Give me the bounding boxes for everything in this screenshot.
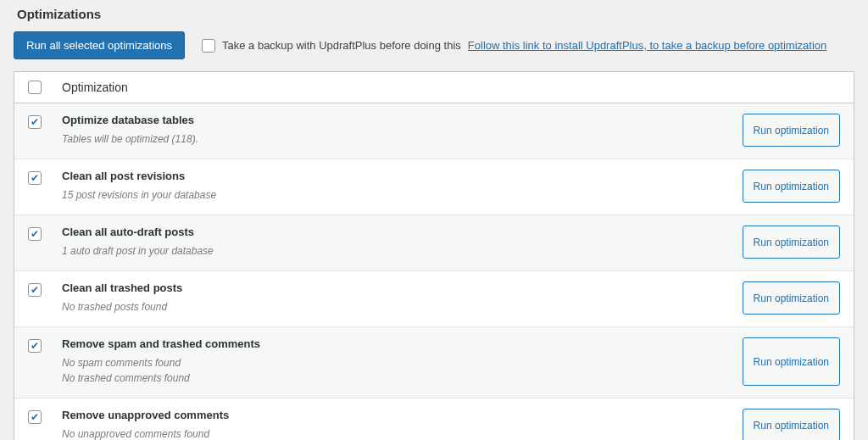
row-checkbox[interactable] [28, 227, 42, 241]
row-checkbox[interactable] [28, 339, 42, 353]
top-bar: Run all selected optimizations Take a ba… [14, 31, 854, 59]
optimization-title: Optimize database tables [62, 114, 721, 126]
table-row: Remove spam and trashed commentsNo spam … [14, 327, 854, 398]
page-title: Optimizations [14, 0, 854, 31]
optimization-title: Clean all trashed posts [62, 281, 721, 294]
optimization-title: Remove unapproved comments [62, 409, 721, 421]
backup-install-link[interactable]: Follow this link to install UpdraftPlus,… [468, 39, 826, 52]
table-header: Optimization [14, 72, 854, 103]
optimization-description: 15 post revisions in your database [62, 187, 721, 203]
row-checkbox[interactable] [28, 115, 42, 129]
optimization-description: 1 auto draft post in your database [62, 243, 721, 259]
backup-checkbox[interactable] [202, 39, 215, 53]
select-all-checkbox[interactable] [28, 81, 42, 94]
run-all-button[interactable]: Run all selected optimizations [14, 31, 185, 59]
optimization-description: No unapproved comments found [62, 426, 721, 440]
row-checkbox[interactable] [28, 171, 42, 185]
column-header-optimization: Optimization [62, 81, 128, 94]
table-row: Clean all trashed postsNo trashed posts … [14, 271, 854, 327]
optimization-description: No trashed posts found [62, 299, 721, 315]
backup-text: Take a backup with UpdraftPlus before do… [222, 39, 461, 52]
optimization-title: Remove spam and trashed comments [62, 337, 721, 350]
optimization-title: Clean all post revisions [62, 170, 721, 182]
run-optimization-button[interactable]: Run optimization [743, 114, 840, 147]
optimization-title: Clean all auto-draft posts [62, 226, 721, 238]
run-optimization-button[interactable]: Run optimization [743, 337, 840, 386]
backup-option: Take a backup with UpdraftPlus before do… [202, 39, 826, 53]
run-optimization-button[interactable]: Run optimization [743, 170, 840, 203]
table-row: Clean all auto-draft posts1 auto draft p… [14, 215, 854, 271]
row-checkbox[interactable] [28, 410, 42, 424]
optimization-description: No spam comments foundNo trashed comment… [62, 355, 721, 386]
run-optimization-button[interactable]: Run optimization [743, 409, 840, 440]
run-optimization-button[interactable]: Run optimization [743, 281, 840, 315]
optimization-description: Tables will be optimized (118). [62, 131, 721, 147]
optimizations-table: Optimization Optimize database tablesTab… [14, 71, 854, 440]
table-row: Remove unapproved commentsNo unapproved … [14, 398, 854, 440]
row-checkbox[interactable] [28, 283, 42, 297]
run-optimization-button[interactable]: Run optimization [743, 226, 840, 259]
table-row: Clean all post revisions15 post revision… [14, 159, 854, 215]
table-row: Optimize database tablesTables will be o… [14, 103, 854, 159]
